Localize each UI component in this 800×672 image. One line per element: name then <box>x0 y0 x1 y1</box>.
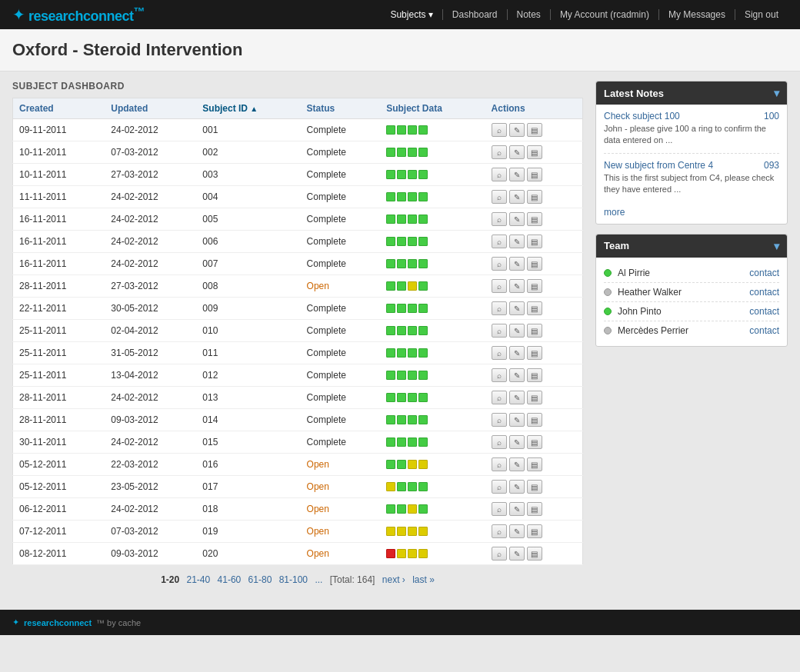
nav-my-messages[interactable]: My Messages <box>659 9 735 20</box>
edit-button-17[interactable]: ✎ <box>509 502 525 516</box>
view-button-12[interactable]: ⌕ <box>492 391 507 404</box>
edit-button-6[interactable]: ✎ <box>509 257 525 271</box>
print-button-11[interactable]: ▤ <box>527 368 542 382</box>
contact-link-1[interactable]: contact <box>749 287 779 298</box>
view-button-2[interactable]: ⌕ <box>492 168 507 181</box>
page-41-60[interactable]: 41-60 <box>218 574 242 585</box>
print-button-16[interactable]: ▤ <box>527 480 542 494</box>
col-subject-id[interactable]: Subject ID ▲ <box>196 98 300 119</box>
view-button-14[interactable]: ⌕ <box>492 435 507 449</box>
view-button-1[interactable]: ⌕ <box>492 145 507 159</box>
cell-subject-id-0[interactable]: 001 <box>196 119 300 141</box>
print-button-6[interactable]: ▤ <box>527 257 542 271</box>
view-button-6[interactable]: ⌕ <box>492 257 507 271</box>
print-button-2[interactable]: ▤ <box>527 168 542 181</box>
print-button-8[interactable]: ▤ <box>527 301 542 315</box>
edit-button-14[interactable]: ✎ <box>509 435 525 449</box>
nav-sign-out[interactable]: Sign out <box>735 9 788 20</box>
edit-button-2[interactable]: ✎ <box>509 168 525 181</box>
note-title-0[interactable]: Check subject 100 <box>604 111 680 121</box>
view-button-4[interactable]: ⌕ <box>492 212 507 226</box>
contact-link-3[interactable]: contact <box>749 325 779 336</box>
cell-subject-id-1[interactable]: 002 <box>196 141 300 164</box>
edit-button-9[interactable]: ✎ <box>509 324 525 338</box>
edit-button-15[interactable]: ✎ <box>509 457 525 471</box>
print-button-12[interactable]: ▤ <box>527 391 542 404</box>
view-button-0[interactable]: ⌕ <box>492 123 507 137</box>
view-button-5[interactable]: ⌕ <box>492 235 507 248</box>
page-21-40[interactable]: 21-40 <box>187 574 211 585</box>
view-button-17[interactable]: ⌕ <box>492 502 507 516</box>
edit-button-0[interactable]: ✎ <box>509 123 525 137</box>
page-81-100[interactable]: 81-100 <box>279 574 308 585</box>
note-title-1[interactable]: New subject from Centre 4 <box>604 160 713 171</box>
edit-button-7[interactable]: ✎ <box>509 279 525 293</box>
nav-subjects[interactable]: Subjects ▾ <box>381 9 442 20</box>
cell-subject-id-4[interactable]: 005 <box>196 208 300 231</box>
print-button-15[interactable]: ▤ <box>527 457 542 471</box>
print-button-5[interactable]: ▤ <box>527 235 542 248</box>
view-button-10[interactable]: ⌕ <box>492 346 507 360</box>
cell-subject-id-6[interactable]: 007 <box>196 253 300 275</box>
print-button-0[interactable]: ▤ <box>527 123 542 137</box>
view-button-7[interactable]: ⌕ <box>492 279 507 293</box>
cell-subject-id-12[interactable]: 013 <box>196 387 300 409</box>
cell-subject-id-9[interactable]: 010 <box>196 320 300 342</box>
edit-button-4[interactable]: ✎ <box>509 212 525 226</box>
cell-subject-id-3[interactable]: 004 <box>196 186 300 208</box>
print-button-9[interactable]: ▤ <box>527 324 542 338</box>
contact-link-0[interactable]: contact <box>749 268 779 278</box>
last-page[interactable]: last » <box>412 574 435 585</box>
col-subject-data[interactable]: Subject Data <box>380 98 485 119</box>
view-button-9[interactable]: ⌕ <box>492 324 507 338</box>
print-button-7[interactable]: ▤ <box>527 279 542 293</box>
contact-link-2[interactable]: contact <box>749 306 779 317</box>
view-button-19[interactable]: ⌕ <box>492 547 507 561</box>
print-button-10[interactable]: ▤ <box>527 346 542 360</box>
edit-button-3[interactable]: ✎ <box>509 190 525 204</box>
view-button-18[interactable]: ⌕ <box>492 524 507 538</box>
cell-subject-id-13[interactable]: 014 <box>196 409 300 431</box>
col-created[interactable]: Created <box>13 98 105 119</box>
edit-button-12[interactable]: ✎ <box>509 391 525 404</box>
more-notes-link[interactable]: more <box>604 207 779 218</box>
cell-subject-id-15[interactable]: 016 <box>196 454 300 476</box>
view-button-11[interactable]: ⌕ <box>492 368 507 382</box>
print-button-14[interactable]: ▤ <box>527 435 542 449</box>
edit-button-19[interactable]: ✎ <box>509 547 525 561</box>
print-button-18[interactable]: ▤ <box>527 524 542 538</box>
edit-button-10[interactable]: ✎ <box>509 346 525 360</box>
cell-subject-id-7[interactable]: 008 <box>196 275 300 298</box>
cell-subject-id-10[interactable]: 011 <box>196 342 300 364</box>
cell-subject-id-8[interactable]: 009 <box>196 298 300 320</box>
next-page[interactable]: next › <box>382 574 405 585</box>
cell-subject-id-14[interactable]: 015 <box>196 431 300 454</box>
nav-dashboard[interactable]: Dashboard <box>443 9 508 20</box>
view-button-8[interactable]: ⌕ <box>492 301 507 315</box>
view-button-16[interactable]: ⌕ <box>492 480 507 494</box>
cell-subject-id-5[interactable]: 006 <box>196 231 300 253</box>
col-status[interactable]: Status <box>301 98 381 119</box>
print-button-13[interactable]: ▤ <box>527 413 542 427</box>
edit-button-5[interactable]: ✎ <box>509 235 525 248</box>
print-button-17[interactable]: ▤ <box>527 502 542 516</box>
edit-button-13[interactable]: ✎ <box>509 413 525 427</box>
view-button-15[interactable]: ⌕ <box>492 457 507 471</box>
print-button-19[interactable]: ▤ <box>527 547 542 561</box>
print-button-3[interactable]: ▤ <box>527 190 542 204</box>
col-updated[interactable]: Updated <box>105 98 196 119</box>
cell-subject-id-19[interactable]: 020 <box>196 543 300 565</box>
print-button-1[interactable]: ▤ <box>527 145 542 159</box>
edit-button-11[interactable]: ✎ <box>509 368 525 382</box>
page-61-80[interactable]: 61-80 <box>248 574 272 585</box>
view-button-3[interactable]: ⌕ <box>492 190 507 204</box>
edit-button-1[interactable]: ✎ <box>509 145 525 159</box>
nav-my-account[interactable]: My Account (rcadmin) <box>551 9 659 20</box>
edit-button-8[interactable]: ✎ <box>509 301 525 315</box>
cell-subject-id-17[interactable]: 018 <box>196 498 300 521</box>
cell-subject-id-11[interactable]: 012 <box>196 364 300 387</box>
print-button-4[interactable]: ▤ <box>527 212 542 226</box>
edit-button-16[interactable]: ✎ <box>509 480 525 494</box>
latest-notes-chevron[interactable]: ▾ <box>774 87 779 99</box>
cell-subject-id-18[interactable]: 019 <box>196 521 300 543</box>
